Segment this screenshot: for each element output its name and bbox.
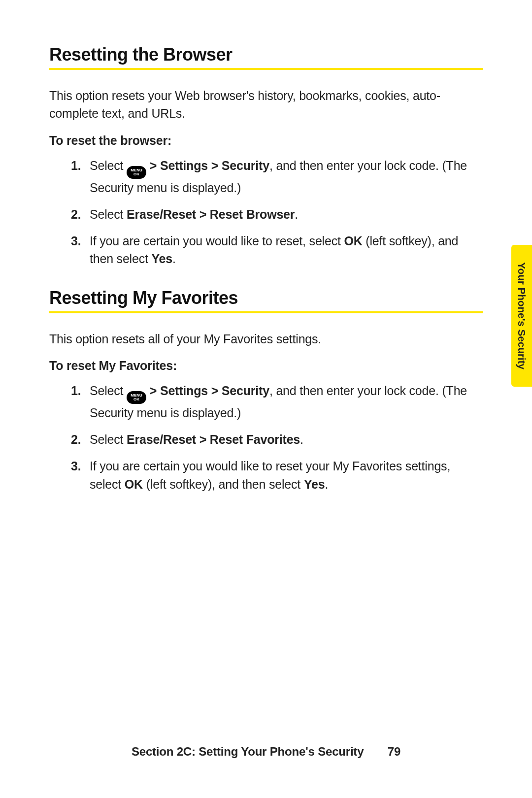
step-text-bold: > Settings > Security [146,384,269,398]
step-item: 3. If you are certain you would like to … [71,457,483,493]
step-text-bold: Erase/Reset > Reset Browser [127,207,295,221]
page-content: Resetting the Browser This option resets… [0,0,532,493]
step-text-pre: Select [90,432,127,446]
step-number: 2. [71,431,81,448]
intro-text: This option resets your Web browser's hi… [49,87,483,123]
section-resetting-favorites: Resetting My Favorites This option reset… [49,288,483,493]
step-number: 2. [71,205,81,223]
step-text-pre: If you are certain you would like to res… [90,234,344,248]
step-item: 3. If you are certain you would like to … [71,232,483,268]
step-text-mid: . [300,432,303,446]
page-footer: Section 2C: Setting Your Phone's Securit… [0,745,532,759]
step-text-bold: OK [125,477,143,491]
menu-ok-icon: MENUOK [127,166,146,179]
step-text-bold: Yes [304,477,325,491]
step-text-pre: Select [90,159,127,172]
subhead-text: To reset My Favorites: [49,359,483,373]
step-text-bold: Erase/Reset > Reset Favorites [127,432,300,446]
step-text-bold: Yes [151,252,172,266]
step-text-bold: > Settings > Security [146,159,269,172]
step-item: 2. Select Erase/Reset > Reset Browser. [71,205,483,223]
heading-resetting-favorites: Resetting My Favorites [49,288,483,313]
footer-section-title: Section 2C: Setting Your Phone's Securit… [132,745,364,758]
intro-text: This option resets all of your My Favori… [49,330,483,348]
step-number: 3. [71,457,81,475]
step-number: 1. [71,157,81,174]
step-text-bold: OK [344,234,362,248]
step-number: 3. [71,232,81,250]
step-text-post: . [172,252,176,266]
step-item: 2. Select Erase/Reset > Reset Favorites. [71,431,483,448]
heading-resetting-browser: Resetting the Browser [49,44,483,70]
side-tab-label: Your Phone's Security [516,262,528,369]
section-resetting-browser: Resetting the Browser This option resets… [49,44,483,268]
step-item: 1. Select MENUOK > Settings > Security, … [71,157,483,197]
step-text-mid: (left softkey), and then select [143,477,304,491]
step-text-pre: Select [90,384,127,398]
steps-list: 1. Select MENUOK > Settings > Security, … [49,157,483,268]
step-item: 1. Select MENUOK > Settings > Security, … [71,382,483,422]
page-number: 79 [388,745,400,759]
step-text-pre: Select [90,207,127,221]
step-text-post: . [325,477,328,491]
step-text-mid: . [295,207,298,221]
subhead-text: To reset the browser: [49,133,483,148]
side-tab: Your Phone's Security [511,245,532,387]
steps-list: 1. Select MENUOK > Settings > Security, … [49,382,483,493]
step-number: 1. [71,382,81,399]
menu-ok-icon: MENUOK [127,391,146,404]
